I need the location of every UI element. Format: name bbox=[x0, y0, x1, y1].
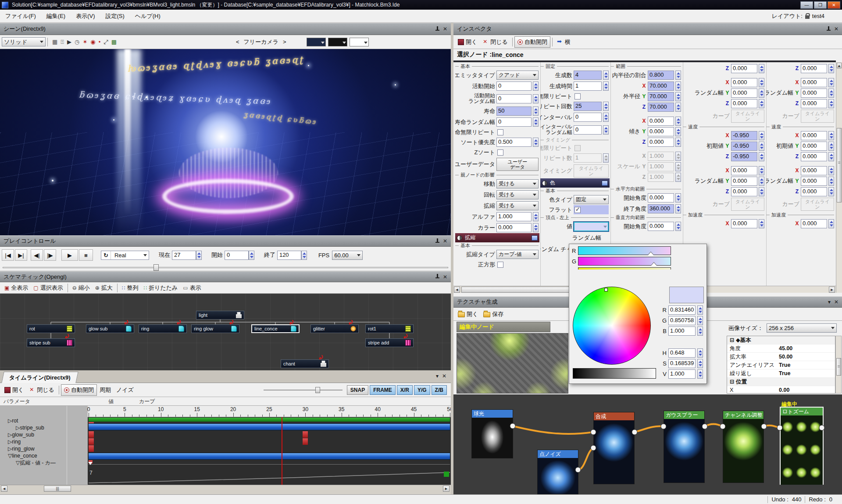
minimize-button[interactable]: — bbox=[800, 1, 813, 9]
value-field[interactable]: 0.000 bbox=[648, 138, 674, 147]
timeline-tracks[interactable]: 7 bbox=[88, 406, 451, 485]
menu-設定(S)[interactable]: 設定(S) bbox=[100, 10, 130, 22]
inspector-vscrollbar[interactable]: ▲ bbox=[836, 62, 842, 293]
value-field[interactable]: 70.000 bbox=[648, 82, 674, 91]
schematic-node-rot[interactable]: rot bbox=[27, 324, 75, 333]
timeline-cycle-button[interactable]: 周期 bbox=[97, 385, 114, 395]
spinner[interactable] bbox=[759, 177, 764, 186]
checkbox[interactable] bbox=[497, 129, 503, 135]
spinner[interactable] bbox=[533, 106, 539, 116]
timeline-open-button[interactable]: 開く bbox=[2, 385, 26, 395]
scroll-thumb[interactable] bbox=[837, 128, 842, 202]
tree-item-拡縮 - 値 - カ―[interactable]: ▽ 拡縮 - 値 - カ― bbox=[0, 459, 88, 466]
schematic-整列-button[interactable]: ∷整列 bbox=[119, 283, 141, 293]
prop-row-⊟ ◆基本[interactable]: ⊟ ◆基本 bbox=[727, 336, 835, 344]
spinner[interactable] bbox=[759, 219, 764, 228]
playhead-line[interactable] bbox=[282, 406, 282, 485]
prop-row-アンチエイリアス[interactable]: アンチエイリアスTrue bbox=[727, 361, 835, 369]
timeline-close-button[interactable]: 閉じる bbox=[26, 385, 57, 395]
value-field[interactable]: 0.000 bbox=[801, 89, 827, 98]
spinner[interactable] bbox=[828, 142, 834, 151]
spinner[interactable] bbox=[675, 222, 681, 231]
spinner[interactable] bbox=[759, 131, 764, 140]
monitor-icon[interactable]: ▦ bbox=[52, 39, 57, 45]
texture-save-button[interactable]: 保存 bbox=[481, 309, 506, 319]
s-spinner[interactable] bbox=[697, 359, 703, 368]
value-field[interactable]: 0.000 bbox=[801, 78, 827, 87]
stop-button[interactable]: ■ bbox=[79, 249, 93, 261]
play-mode-value[interactable]: Real bbox=[111, 251, 142, 259]
dropdown[interactable]: 受ける bbox=[496, 179, 539, 188]
zb-button[interactable]: Z/B bbox=[432, 385, 447, 395]
scroll-right-arrow[interactable]: ► bbox=[443, 486, 450, 492]
spinner[interactable] bbox=[675, 193, 681, 202]
value-field[interactable]: 0.000 bbox=[731, 99, 757, 108]
menu-ファイル(F)[interactable]: ファイル(F) bbox=[0, 10, 41, 22]
scroll-left-arrow[interactable]: ◄ bbox=[454, 287, 460, 293]
value-field[interactable]: 0 bbox=[496, 82, 532, 91]
schematic-折りたたみ-button[interactable]: ∷折りたたみ bbox=[141, 283, 180, 293]
value-field[interactable]: 0.000 bbox=[648, 127, 674, 136]
maximize-button[interactable]: ❐ bbox=[814, 1, 827, 9]
spinner[interactable] bbox=[675, 204, 681, 213]
expand-triangle[interactable]: ▷ bbox=[16, 425, 20, 431]
schematic-表示-button[interactable]: ▭表示 bbox=[180, 283, 203, 293]
spinner[interactable] bbox=[603, 113, 609, 122]
spinner[interactable] bbox=[675, 138, 681, 147]
menu-ヘルプ(H)[interactable]: ヘルプ(H) bbox=[130, 10, 166, 22]
value-field[interactable]: 1 bbox=[574, 153, 602, 163]
value-field[interactable]: 0.000 bbox=[801, 152, 827, 161]
prop-row-拡大率[interactable]: 拡大率50.00 bbox=[727, 353, 835, 361]
camera-selector[interactable]: フリーカメラ bbox=[244, 38, 279, 46]
close-panel-icon[interactable]: ✕ bbox=[443, 26, 447, 32]
camera-prev-button[interactable]: < bbox=[233, 37, 242, 46]
spinner[interactable] bbox=[675, 103, 681, 112]
spinner[interactable] bbox=[828, 166, 834, 175]
dropdown-icon[interactable]: ▾ bbox=[436, 373, 439, 379]
texture-preview[interactable] bbox=[457, 333, 568, 394]
checkbox[interactable] bbox=[497, 149, 503, 156]
spinner[interactable] bbox=[603, 125, 609, 135]
scene-color-dropdown-2[interactable] bbox=[350, 38, 369, 46]
xr-button[interactable]: X/R bbox=[397, 385, 413, 395]
prop-row-角度[interactable]: 角度45.00 bbox=[727, 344, 835, 353]
close-button[interactable]: ✕ bbox=[828, 1, 840, 9]
blue-gradient-slider[interactable] bbox=[578, 267, 671, 270]
b-spinner[interactable] bbox=[697, 327, 703, 336]
value-field[interactable]: 0.000 bbox=[801, 99, 827, 108]
pin-icon[interactable] bbox=[435, 274, 439, 280]
schematic-全表示-button[interactable]: ▣全表示 bbox=[2, 283, 31, 293]
checkbox[interactable] bbox=[497, 262, 503, 268]
fps-dropdown[interactable]: 60.00 bbox=[332, 251, 363, 260]
shading-mode-dropdown[interactable]: ソリッド bbox=[2, 37, 46, 46]
spinner[interactable] bbox=[675, 117, 681, 126]
spinner[interactable] bbox=[759, 142, 764, 151]
timeline-hscrollbar[interactable]: ◄ ||| ► bbox=[0, 485, 451, 492]
spinner[interactable] bbox=[759, 99, 764, 108]
spinner[interactable] bbox=[533, 94, 539, 103]
menu-編集(E)[interactable]: 編集(E) bbox=[41, 10, 71, 22]
spinner[interactable] bbox=[533, 117, 539, 127]
end-frame-spinner[interactable] bbox=[301, 251, 307, 260]
value-field[interactable]: 25 bbox=[574, 102, 602, 111]
value-field[interactable]: 0.000 bbox=[731, 166, 757, 175]
spinner[interactable] bbox=[759, 166, 764, 175]
value-field[interactable]: 70.000 bbox=[648, 103, 674, 112]
scroll-left-arrow[interactable]: ◄ bbox=[1, 486, 7, 492]
menu-表示(V)[interactable]: 表示(V) bbox=[71, 10, 100, 22]
value-field[interactable]: 1.000 bbox=[648, 152, 674, 161]
curve-end-marker[interactable] bbox=[444, 472, 449, 477]
green-gradient-slider[interactable] bbox=[578, 257, 671, 266]
value-field[interactable]: 0.000 bbox=[496, 223, 532, 232]
value-field[interactable]: 1.000 bbox=[648, 162, 674, 171]
timeline-autoopen-button[interactable]: 自動開閉 bbox=[61, 384, 97, 396]
checkbox[interactable] bbox=[574, 145, 581, 151]
value-field[interactable]: 70.000 bbox=[648, 92, 674, 101]
group-header-色[interactable]: 色 bbox=[540, 178, 610, 188]
spinner[interactable] bbox=[675, 92, 681, 101]
color-swatch-dropdown[interactable] bbox=[574, 222, 609, 231]
spinner[interactable] bbox=[675, 127, 681, 136]
spinner[interactable] bbox=[759, 64, 764, 73]
play-button[interactable]: ▶ bbox=[61, 249, 78, 261]
image-size-dropdown[interactable]: 256 x 256 bbox=[767, 323, 837, 333]
